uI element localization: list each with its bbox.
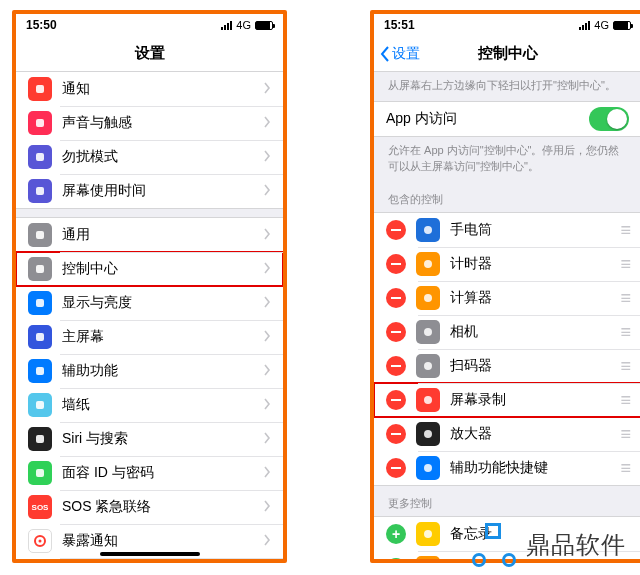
row-sounds[interactable]: 声音与触感 bbox=[16, 106, 283, 140]
screen-record-icon bbox=[416, 388, 440, 412]
back-button[interactable]: 设置 bbox=[380, 36, 420, 71]
timer-icon bbox=[416, 252, 440, 276]
svg-rect-2 bbox=[36, 153, 44, 161]
remove-button[interactable] bbox=[386, 356, 406, 376]
control-center-list[interactable]: 从屏幕右上方边缘向下轻扫以打开"控制中心"。 App 内访问 允许在 App 内… bbox=[374, 72, 640, 559]
low-power-icon bbox=[416, 556, 440, 559]
row-magnifier[interactable]: 放大器≡ bbox=[374, 417, 640, 451]
row-label: 勿扰模式 bbox=[62, 148, 263, 166]
nav-bar: 设置 bbox=[16, 36, 283, 72]
watermark-text: 鼎品软件 bbox=[526, 529, 626, 561]
clock: 15:51 bbox=[384, 18, 415, 32]
row-calculator[interactable]: 计算器≡ bbox=[374, 281, 640, 315]
exposure-icon bbox=[28, 529, 52, 553]
remove-button[interactable] bbox=[386, 288, 406, 308]
row-flashlight[interactable]: 手电筒≡ bbox=[374, 213, 640, 247]
signal-cluster: 4G bbox=[579, 19, 631, 31]
row-timer[interactable]: 计时器≡ bbox=[374, 247, 640, 281]
row-notifications[interactable]: 通知 bbox=[16, 72, 283, 106]
svg-point-21 bbox=[424, 396, 432, 404]
nav-bar: 设置 控制中心 bbox=[374, 36, 640, 72]
row-home[interactable]: 主屏幕 bbox=[16, 320, 283, 354]
chevron-right-icon bbox=[263, 500, 271, 515]
drag-handle-icon[interactable]: ≡ bbox=[620, 322, 629, 343]
row-label: 暴露通知 bbox=[62, 532, 263, 550]
row-label: 控制中心 bbox=[62, 260, 263, 278]
drag-handle-icon[interactable]: ≡ bbox=[620, 288, 629, 309]
screentime-icon bbox=[28, 179, 52, 203]
row-label: 通知 bbox=[62, 80, 263, 98]
drag-handle-icon[interactable]: ≡ bbox=[620, 390, 629, 411]
camera-icon bbox=[416, 320, 440, 344]
row-camera[interactable]: 相机≡ bbox=[374, 315, 640, 349]
status-bar: 15:51 4G bbox=[374, 14, 640, 36]
remove-button[interactable] bbox=[386, 220, 406, 240]
row-label: 辅助功能 bbox=[62, 362, 263, 380]
add-button[interactable] bbox=[386, 558, 406, 559]
row-label: App 内访问 bbox=[386, 110, 589, 128]
row-label: 主屏幕 bbox=[62, 328, 263, 346]
row-general[interactable]: 通用 bbox=[16, 218, 283, 252]
chevron-right-icon bbox=[263, 184, 271, 199]
settings-list[interactable]: 通知声音与触感勿扰模式屏幕使用时间通用控制中心显示与亮度主屏幕辅助功能墙纸Sir… bbox=[16, 72, 283, 559]
row-wallpaper[interactable]: 墙纸 bbox=[16, 388, 283, 422]
toggle-app-access[interactable] bbox=[589, 107, 629, 131]
row-battery[interactable]: 电池 bbox=[16, 558, 283, 559]
chevron-right-icon bbox=[263, 82, 271, 97]
svg-rect-9 bbox=[36, 401, 44, 409]
svg-rect-1 bbox=[36, 119, 44, 127]
svg-rect-10 bbox=[36, 435, 44, 443]
home-icon bbox=[28, 325, 52, 349]
status-bar: 15:50 4G bbox=[16, 14, 283, 36]
wallpaper-icon bbox=[28, 393, 52, 417]
drag-handle-icon[interactable]: ≡ bbox=[620, 254, 629, 275]
page-title: 控制中心 bbox=[478, 44, 538, 63]
remove-button[interactable] bbox=[386, 424, 406, 444]
general-icon bbox=[28, 223, 52, 247]
row-sos[interactable]: SOSSOS 紧急联络 bbox=[16, 490, 283, 524]
svg-rect-8 bbox=[36, 367, 44, 375]
battery-icon bbox=[255, 21, 273, 30]
cell-bars-icon bbox=[579, 21, 590, 30]
drag-handle-icon[interactable]: ≡ bbox=[620, 424, 629, 445]
remove-button[interactable] bbox=[386, 322, 406, 342]
row-app-access[interactable]: App 内访问 bbox=[374, 102, 640, 136]
chevron-right-icon bbox=[263, 116, 271, 131]
row-siri[interactable]: Siri 与搜索 bbox=[16, 422, 283, 456]
network-label: 4G bbox=[594, 19, 609, 31]
add-button[interactable] bbox=[386, 524, 406, 544]
home-indicator[interactable] bbox=[100, 552, 200, 556]
sos-icon: SOS bbox=[28, 495, 52, 519]
remove-button[interactable] bbox=[386, 458, 406, 478]
chevron-right-icon bbox=[263, 150, 271, 165]
phone-settings: 15:50 4G 设置 通知声音与触感勿扰模式屏幕使用时间通用控制中心显示与亮度… bbox=[12, 10, 287, 563]
row-label: 显示与亮度 bbox=[62, 294, 263, 312]
row-accessibility[interactable]: 辅助功能 bbox=[16, 354, 283, 388]
svg-rect-4 bbox=[36, 231, 44, 239]
row-label: 通用 bbox=[62, 226, 263, 244]
row-label: 辅助功能快捷键 bbox=[450, 459, 620, 477]
svg-point-20 bbox=[424, 362, 432, 370]
svg-point-13 bbox=[39, 540, 42, 543]
notes-icon bbox=[416, 522, 440, 546]
chevron-right-icon bbox=[263, 466, 271, 481]
chevron-right-icon bbox=[263, 364, 271, 379]
remove-button[interactable] bbox=[386, 390, 406, 410]
drag-handle-icon[interactable]: ≡ bbox=[620, 220, 629, 241]
row-screen-record[interactable]: 屏幕录制≡ bbox=[374, 383, 640, 417]
row-dnd[interactable]: 勿扰模式 bbox=[16, 140, 283, 174]
row-a11y-shortcut[interactable]: 辅助功能快捷键≡ bbox=[374, 451, 640, 485]
chevron-right-icon bbox=[263, 398, 271, 413]
drag-handle-icon[interactable]: ≡ bbox=[620, 458, 629, 479]
row-display[interactable]: 显示与亮度 bbox=[16, 286, 283, 320]
row-faceid[interactable]: 面容 ID 与密码 bbox=[16, 456, 283, 490]
remove-button[interactable] bbox=[386, 254, 406, 274]
row-control-center[interactable]: 控制中心 bbox=[16, 252, 283, 286]
scanner-icon bbox=[416, 354, 440, 378]
svg-rect-3 bbox=[36, 187, 44, 195]
drag-handle-icon[interactable]: ≡ bbox=[620, 356, 629, 377]
accessibility-icon bbox=[28, 359, 52, 383]
row-scanner[interactable]: 扫码器≡ bbox=[374, 349, 640, 383]
row-label: 计时器 bbox=[450, 255, 620, 273]
row-screentime[interactable]: 屏幕使用时间 bbox=[16, 174, 283, 208]
